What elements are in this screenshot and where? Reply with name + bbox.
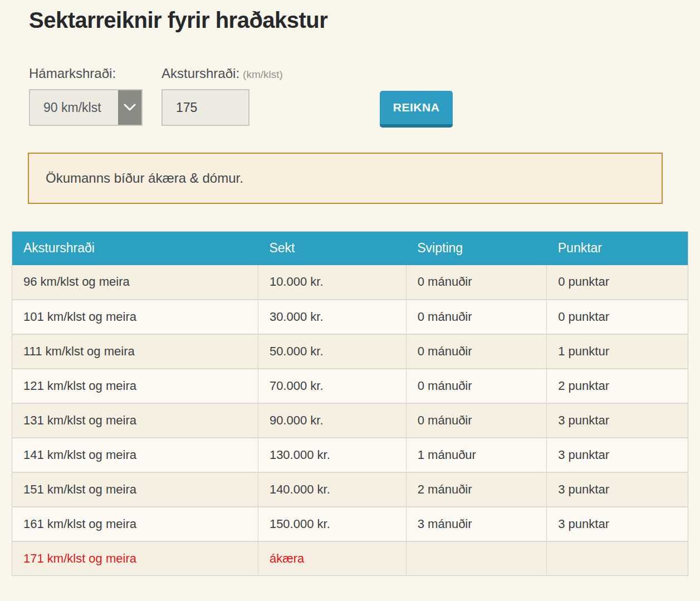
max-speed-selected-value: 90 km/klst	[30, 100, 101, 115]
cell-speed: 101 km/klst og meira	[12, 300, 258, 334]
calculator-form: Hámarkshraði: 90 km/klst Aksturshraði:(k…	[29, 66, 453, 128]
cell-ban: 0 mánuðir	[406, 265, 547, 300]
max-speed-select[interactable]: 90 km/klst	[29, 89, 143, 126]
driving-speed-label: Aksturshraði:	[161, 66, 239, 81]
chevron-down-icon	[118, 90, 141, 125]
cell-speed: 96 km/klst og meira	[12, 265, 258, 300]
cell-points: 3 punktar	[547, 438, 688, 472]
driving-speed-field-group: Aksturshraði:(km/klst)	[161, 66, 283, 126]
cell-speed: 131 km/klst og meira	[12, 403, 258, 438]
table-row: 101 km/klst og meira 30.000 kr. 0 mánuði…	[12, 300, 688, 334]
speeding-fine-calculator-page: Sektarreiknir fyrir hraðakstur Hámarkshr…	[0, 0, 700, 601]
cell-points: 0 punktar	[547, 265, 688, 300]
cell-speed: 151 km/klst og meira	[12, 472, 258, 507]
table-header-row: Aksturshraði Sekt Svipting Punktar	[12, 232, 688, 265]
cell-fine: 130.000 kr.	[258, 438, 406, 472]
column-header-fine: Sekt	[258, 232, 406, 265]
driving-speed-unit: (km/klst)	[243, 69, 283, 80]
column-header-points: Punktar	[547, 232, 688, 265]
cell-ban: 0 mánuðir	[406, 403, 547, 438]
cell-ban: 3 mánuðir	[406, 507, 547, 541]
cell-fine: 50.000 kr.	[258, 334, 406, 369]
cell-points: 3 punktar	[547, 472, 688, 507]
max-speed-label: Hámarkshraði:	[29, 66, 116, 81]
cell-ban: 1 mánuður	[406, 438, 547, 472]
table-row: 141 km/klst og meira 130.000 kr. 1 mánuð…	[12, 438, 688, 472]
calculate-button[interactable]: REIKNA	[380, 91, 453, 128]
driving-speed-input[interactable]	[161, 89, 249, 126]
cell-points: 3 punktar	[547, 403, 688, 438]
cell-speed: 161 km/klst og meira	[12, 507, 258, 541]
column-header-speed: Aksturshraði	[12, 232, 258, 265]
cell-points: 1 punktur	[547, 334, 688, 369]
table-row: 151 km/klst og meira 140.000 kr. 2 mánuð…	[12, 472, 688, 507]
cell-ban: 0 mánuðir	[406, 334, 547, 369]
cell-fine: 70.000 kr.	[258, 369, 406, 403]
table-row: 111 km/klst og meira 50.000 kr. 0 mánuði…	[12, 334, 688, 369]
table-row: 131 km/klst og meira 90.000 kr. 0 mánuði…	[12, 403, 688, 438]
table-row: 121 km/klst og meira 70.000 kr. 0 mánuði…	[12, 369, 688, 403]
fines-table: Aksturshraði Sekt Svipting Punktar 96 km…	[12, 231, 688, 576]
cell-fine: 90.000 kr.	[258, 403, 406, 438]
max-speed-field-group: Hámarkshraði: 90 km/klst	[29, 66, 143, 126]
cell-fine: 30.000 kr.	[258, 300, 406, 334]
cell-fine: 150.000 kr.	[258, 507, 406, 541]
cell-speed: 111 km/klst og meira	[12, 334, 258, 369]
table-row-danger: 171 km/klst og meira ákæra	[12, 541, 688, 576]
cell-speed: 121 km/klst og meira	[12, 369, 258, 403]
result-alert: Ökumanns bíður ákæra & dómur.	[28, 153, 663, 204]
cell-fine: 140.000 kr.	[258, 472, 406, 507]
table-row: 161 km/klst og meira 150.000 kr. 3 mánuð…	[12, 507, 688, 541]
cell-points: 2 punktar	[547, 369, 688, 403]
fines-table-wrap: Aksturshraði Sekt Svipting Punktar 96 km…	[12, 231, 688, 576]
cell-speed: 171 km/klst og meira	[12, 541, 258, 576]
cell-fine: 10.000 kr.	[258, 265, 406, 300]
result-alert-message: Ökumanns bíður ákæra & dómur.	[46, 170, 243, 186]
cell-ban: 2 mánuðir	[406, 472, 547, 507]
column-header-ban: Svipting	[406, 232, 547, 265]
cell-fine: ákæra	[258, 541, 406, 576]
cell-speed: 141 km/klst og meira	[12, 438, 258, 472]
cell-points: 0 punktar	[547, 300, 688, 334]
table-row: 96 km/klst og meira 10.000 kr. 0 mánuðir…	[12, 265, 688, 300]
cell-points	[547, 541, 688, 576]
page-title: Sektarreiknir fyrir hraðakstur	[29, 8, 327, 33]
cell-ban: 0 mánuðir	[406, 369, 547, 403]
cell-points: 3 punktar	[547, 507, 688, 541]
cell-ban: 0 mánuðir	[406, 300, 547, 334]
cell-ban	[406, 541, 547, 576]
